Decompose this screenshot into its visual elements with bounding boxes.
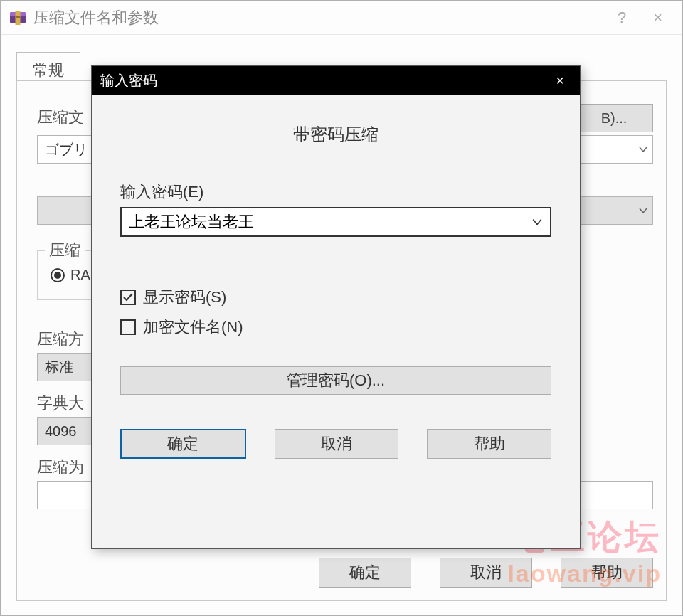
manage-label: 管理密码(O)... [287,370,385,391]
radio-icon [51,268,65,282]
password-label: 输入密码(E) [120,181,551,203]
label-split: 压缩为 [37,457,84,478]
password-value: 上老王论坛当老王 [129,211,254,233]
parent-titlebar: 压缩文件名和参数 ? × [1,1,682,35]
method-value: 标准 [45,358,73,377]
checkbox-unchecked-icon [120,319,136,335]
parent-help-button[interactable]: 帮助 [561,558,653,588]
checkbox-encrypt-names[interactable]: 加密文件名(N) [120,317,551,338]
password-input[interactable]: 上老王论坛当老王 [120,207,551,237]
close-icon[interactable]: × [549,71,571,90]
svg-rect-3 [16,16,20,18]
parent-ok-button[interactable]: 确定 [319,558,411,588]
label-dict: 字典大 [37,393,84,414]
modal-heading: 带密码压缩 [92,123,580,146]
modal-titlebar: 输入密码 × [92,66,580,95]
dict-value: 4096 [45,423,77,440]
manage-passwords-button[interactable]: 管理密码(O)... [120,366,551,395]
chevron-down-icon[interactable] [531,216,543,228]
checkbox-checked-icon [120,290,136,305]
archive-name-value: ゴブリ [45,140,88,159]
modal-title: 输入密码 [100,71,549,90]
parent-title: 压缩文件名和参数 [33,7,603,28]
browse-label: B)... [601,110,628,127]
modal-body: 带密码压缩 输入密码(E) 上老王论坛当老王 显示密码(S) 加密文件名(N) [92,95,580,473]
help-icon[interactable]: ? [603,9,640,27]
radio-rar-label: RA [70,267,90,283]
winrar-icon [8,8,28,28]
label-method: 压缩方 [37,329,84,350]
modal-help-button[interactable]: 帮助 [427,429,551,459]
label-archive-name: 压缩文 [37,107,84,128]
radio-rar[interactable]: RA [51,267,90,283]
checkbox-show-label: 显示密码(S) [143,287,226,308]
chevron-down-icon [638,206,648,216]
titlebar-controls: ? × [603,6,675,30]
chevron-down-icon [638,144,648,154]
close-icon[interactable]: × [640,6,675,30]
password-dialog: 输入密码 × 带密码压缩 输入密码(E) 上老王论坛当老王 显示密码(S) [91,65,581,549]
modal-cancel-button[interactable]: 取消 [275,429,399,459]
modal-ok-button[interactable]: 确定 [120,429,246,459]
format-group-title: 压缩 [45,240,85,261]
checkbox-encrypt-label: 加密文件名(N) [143,317,243,338]
checkbox-show-password[interactable]: 显示密码(S) [120,287,551,308]
parent-cancel-button[interactable]: 取消 [440,558,532,588]
browse-button[interactable]: B)... [575,104,653,132]
